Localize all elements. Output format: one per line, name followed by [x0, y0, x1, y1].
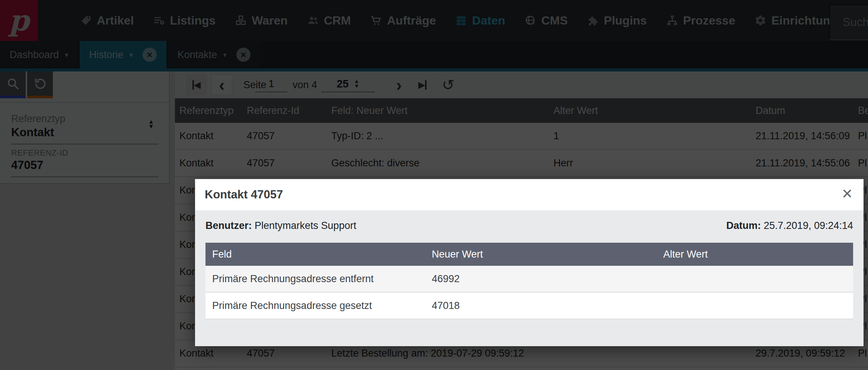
dialog-user: Benutzer: Plentymarkets Support [205, 220, 356, 232]
dialog-table-row[interactable]: Primäre Rechnungsadresse entfernt 46992 [205, 266, 853, 293]
column-header-neuer-wert: Neuer Wert [432, 243, 483, 266]
date-value: 25.7.2019, 09:24:14 [764, 220, 853, 231]
cell-feld: Primäre Rechnungsadresse entfernt [212, 266, 374, 292]
user-value: Plentymarkets Support [255, 220, 356, 231]
cell-neuer-wert: 47018 [432, 293, 460, 319]
dialog-table-header: Feld Neuer Wert Alter Wert [205, 243, 853, 266]
user-label: Benutzer: [205, 220, 252, 231]
dialog-date: Datum: 25.7.2019, 09:24:14 [726, 220, 853, 232]
date-label: Datum: [726, 220, 761, 231]
cell-feld: Primäre Rechnungsadresse gesetzt [212, 293, 372, 319]
app-window: p Artikel Listings Waren CRM Aufträge [0, 0, 868, 370]
dialog-body: Benutzer: Plentymarkets Support Datum: 2… [195, 210, 864, 346]
cell-neuer-wert: 46992 [432, 266, 460, 292]
history-detail-dialog: Kontakt 47057 × Benutzer: Plentymarkets … [195, 179, 864, 346]
dialog-change-table: Feld Neuer Wert Alter Wert Primäre Rechn… [205, 243, 853, 319]
close-icon[interactable]: × [842, 183, 852, 204]
dialog-title: Kontakt 47057 [205, 179, 283, 210]
column-header-feld: Feld [212, 243, 232, 266]
dialog-header: Kontakt 47057 × [195, 179, 864, 210]
column-header-alter-wert: Alter Wert [663, 243, 708, 266]
dialog-table-body: Primäre Rechnungsadresse entfernt 46992 … [205, 266, 853, 319]
dialog-table-row[interactable]: Primäre Rechnungsadresse gesetzt 47018 [205, 293, 853, 319]
